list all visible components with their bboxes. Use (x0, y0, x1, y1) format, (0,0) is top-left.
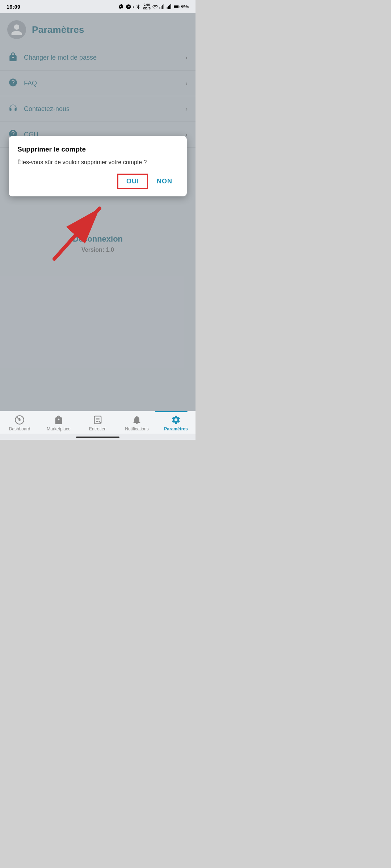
nav-active-indicator (155, 411, 188, 412)
confirm-button[interactable]: OUI (117, 174, 148, 189)
svg-rect-12 (174, 6, 178, 8)
bluetooth-icon (135, 4, 141, 10)
svg-rect-11 (179, 6, 179, 7)
dialog-overlay[interactable] (0, 13, 196, 411)
svg-rect-4 (162, 5, 163, 9)
bell-icon (132, 415, 142, 425)
wifi-icon (152, 4, 158, 10)
svg-rect-2 (160, 7, 160, 9)
nav-item-notifications[interactable]: Notifications (121, 415, 153, 431)
ghost-icon (118, 4, 124, 10)
nav-item-dashboard[interactable]: Dashboard (3, 415, 36, 431)
dialog-actions: OUI NON (17, 174, 178, 189)
svg-rect-7 (168, 6, 169, 9)
nav-item-parametres[interactable]: Paramètres (160, 415, 192, 431)
svg-point-1 (122, 6, 122, 7)
signal2-icon (167, 4, 172, 10)
status-time: 16:09 (7, 4, 20, 10)
signal-icon (159, 4, 165, 10)
battery-icon (174, 4, 180, 10)
marketplace-icon (54, 415, 64, 425)
svg-point-0 (120, 6, 121, 7)
nav-item-entretien[interactable]: Entretien (81, 415, 114, 431)
dialog-title: Supprimer le compte (17, 145, 178, 153)
main-content: Paramètres Changer le mot de passe › FAQ… (0, 13, 196, 411)
svg-rect-5 (163, 4, 164, 9)
nav-label-parametres: Paramètres (164, 426, 188, 431)
svg-rect-9 (171, 4, 171, 9)
dot-indicator: • (133, 5, 134, 9)
entretien-icon (93, 415, 103, 425)
nav-item-marketplace[interactable]: Marketplace (42, 415, 75, 431)
dashboard-icon (14, 415, 25, 425)
cancel-button[interactable]: NON (151, 175, 178, 188)
home-indicator (0, 434, 196, 440)
gear-icon (171, 415, 181, 425)
dialog-message: Êtes-vous sûr de vouloir supprimer votre… (17, 158, 178, 166)
status-icons: • 0.96KB/S 95% (118, 3, 189, 10)
svg-rect-8 (169, 5, 170, 9)
delete-account-dialog: Supprimer le compte Êtes-vous sûr de vou… (9, 136, 187, 196)
svg-point-16 (19, 419, 20, 421)
svg-rect-6 (167, 7, 168, 9)
home-bar (76, 437, 119, 438)
nav-label-dashboard: Dashboard (9, 426, 30, 431)
svg-rect-3 (161, 6, 161, 9)
nav-label-entretien: Entretien (89, 426, 106, 431)
nav-label-notifications: Notifications (125, 426, 148, 431)
status-bar: 16:09 • 0.96KB/S 95% (0, 0, 196, 13)
messenger-icon (126, 4, 131, 10)
data-speed: 0.96KB/S (143, 3, 151, 10)
nav-label-marketplace: Marketplace (47, 426, 70, 431)
bottom-nav: Dashboard Marketplace Entretien Notifica… (0, 411, 196, 434)
battery-percent: 95% (181, 5, 189, 9)
